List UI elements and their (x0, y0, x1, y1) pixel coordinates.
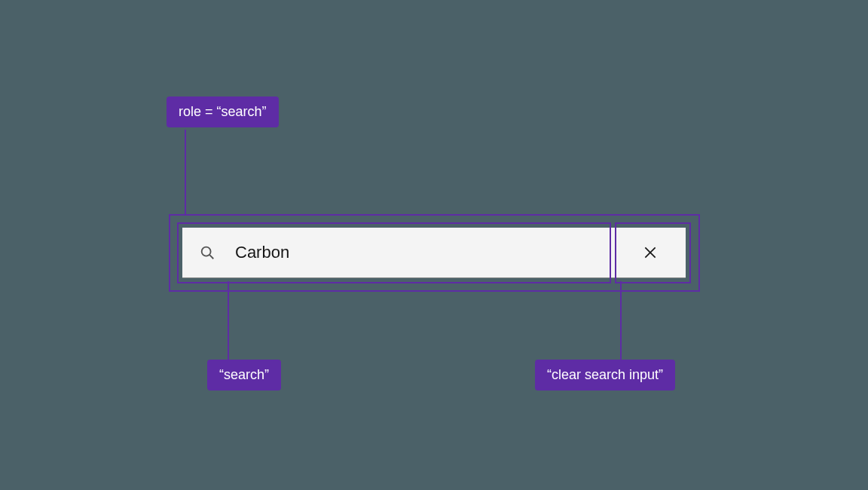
outline-clear-button (615, 222, 691, 283)
connector-search-line (228, 281, 229, 360)
connector-role-line (185, 130, 186, 215)
annotation-role-label: role = “search” (167, 96, 279, 127)
outline-search-input (177, 222, 611, 283)
connector-clear-line (620, 281, 622, 360)
annotation-search-label: “search” (207, 360, 281, 390)
annotation-clear-label: “clear search input” (535, 360, 675, 390)
diagram-canvas: role = “search” “search” “clear search i… (0, 0, 868, 490)
